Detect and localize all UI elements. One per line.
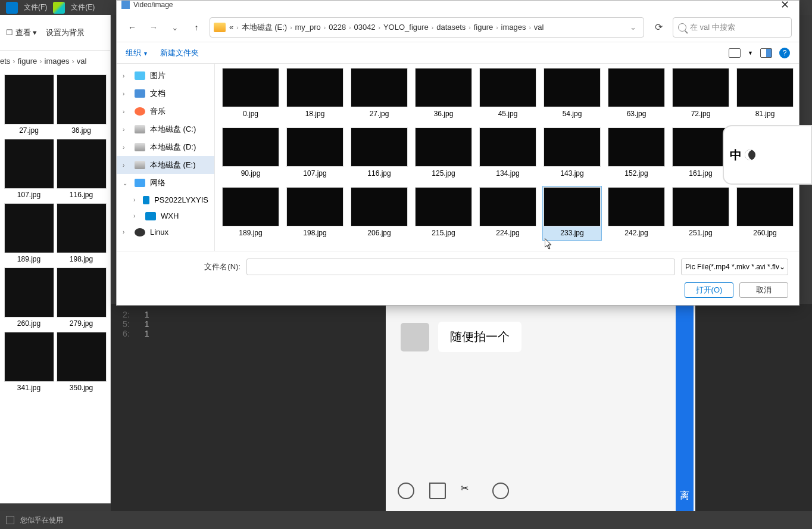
file-item[interactable]: 81.jpg: [735, 67, 795, 122]
breadcrumb-item[interactable]: images: [501, 23, 526, 32]
sidebar-item[interactable]: ›音乐: [117, 102, 214, 120]
file-item[interactable]: 45.jpg: [478, 67, 538, 122]
filetype-dropdown[interactable]: Pic File(*.mp4 *.mkv *.avi *.flv⌄: [681, 259, 788, 275]
bg-file-item[interactable]: 260.jpg: [4, 267, 54, 329]
breadcrumb-item[interactable]: 03042: [354, 23, 375, 32]
file-grid-pane: 0.jpg18.jpg27.jpg36.jpg45.jpg54.jpg63.jp…: [215, 64, 799, 251]
blue-sidebar: 离: [676, 304, 694, 511]
file-item[interactable]: 72.jpg: [671, 67, 730, 122]
open-button[interactable]: 打开(O): [685, 282, 733, 298]
bg-breadcrumb[interactable]: ets› figure› images› val: [0, 51, 110, 71]
forward-button[interactable]: →: [145, 19, 162, 36]
set-background-button[interactable]: 设置为背景: [46, 27, 85, 38]
file-item[interactable]: 90.jpg: [221, 126, 280, 181]
file-item[interactable]: 260.jpg: [735, 186, 795, 241]
file-item[interactable]: 18.jpg: [285, 67, 345, 122]
breadcrumb-item[interactable]: figure: [474, 23, 494, 32]
bg-file-item[interactable]: 107.jpg: [4, 139, 54, 201]
file-thumbnail: [415, 187, 472, 226]
bg-file-item[interactable]: 198.jpg: [57, 203, 107, 265]
breadcrumb-item[interactable]: «: [229, 23, 233, 32]
new-folder-button[interactable]: 新建文件夹: [160, 48, 199, 58]
file-item[interactable]: 161.jpg: [671, 126, 730, 181]
file-item[interactable]: 107.jpg: [285, 126, 345, 181]
bg-file-item[interactable]: 27.jpg: [4, 74, 54, 136]
ime-widget[interactable]: 中: [723, 125, 812, 185]
view-mode-button[interactable]: [729, 48, 741, 58]
bg-file-item[interactable]: 279.jpg: [57, 267, 107, 329]
back-button[interactable]: ←: [124, 19, 140, 36]
breadcrumb-item[interactable]: val: [534, 23, 544, 32]
address-bar[interactable]: «›本地磁盘 (E:)›my_pro›0228›03042›YOLO_figur…: [210, 17, 644, 38]
file-item[interactable]: 198.jpg: [285, 186, 345, 241]
file-thumbnail: [608, 68, 665, 107]
sidebar-item[interactable]: ›WXH: [117, 208, 214, 224]
sidebar-item[interactable]: ›本地磁盘 (D:): [117, 138, 214, 156]
refresh-button[interactable]: ⟳: [649, 18, 668, 37]
sidebar-item[interactable]: ›文档: [117, 85, 214, 102]
sidebar-item[interactable]: ⌄网络: [117, 174, 214, 192]
sidebar-item[interactable]: ›图片: [117, 67, 214, 85]
breadcrumb-item[interactable]: 0228: [329, 23, 346, 32]
sidebar-item[interactable]: ›Linux: [117, 224, 214, 240]
file-item[interactable]: 116.jpg: [349, 126, 409, 181]
file-item[interactable]: 242.jpg: [607, 186, 666, 241]
bg-file-item[interactable]: 116.jpg: [57, 139, 107, 201]
up-button[interactable]: ↑: [188, 19, 205, 36]
file-thumbnail: [351, 127, 408, 167]
sidebar-item[interactable]: ›本地磁盘 (E:): [117, 156, 214, 174]
address-dropdown[interactable]: ⌄: [626, 23, 640, 32]
recent-button[interactable]: ⌄: [167, 19, 183, 36]
file-item[interactable]: 251.jpg: [671, 186, 730, 241]
close-button[interactable]: ✕: [776, 1, 794, 9]
file-thumbnail: [286, 127, 343, 167]
comment-icon[interactable]: [492, 483, 509, 499]
preview-pane-button[interactable]: [760, 48, 772, 58]
bg-file-item[interactable]: 36.jpg: [57, 74, 107, 136]
vscode-file-menu[interactable]: 文件(F): [24, 2, 47, 13]
file-thumbnail: [286, 68, 343, 107]
bg-file-item[interactable]: 189.jpg: [4, 203, 54, 265]
file-item[interactable]: 27.jpg: [349, 67, 409, 122]
file-thumbnail: [544, 127, 601, 167]
file-item[interactable]: 36.jpg: [414, 67, 473, 122]
cancel-button[interactable]: 取消: [739, 282, 788, 298]
file-item[interactable]: 125.jpg: [414, 126, 473, 181]
file-item[interactable]: 206.jpg: [349, 186, 409, 241]
breadcrumb-item[interactable]: my_pro: [295, 23, 320, 32]
chat-message: 随便拍一个: [438, 322, 521, 352]
bg-file-item[interactable]: 341.jpg: [4, 332, 54, 394]
organize-button[interactable]: 组织▼: [126, 48, 148, 58]
file-item[interactable]: 54.jpg: [542, 67, 602, 122]
file-thumbnail: [672, 68, 729, 107]
file-item[interactable]: 63.jpg: [607, 67, 666, 122]
file-thumbnail: [286, 187, 343, 226]
status-text: 您似乎在使用: [20, 515, 63, 525]
file-item[interactable]: 143.jpg: [542, 126, 602, 181]
file-item[interactable]: 0.jpg: [221, 67, 280, 122]
sidebar-item[interactable]: ›PS2022LYXYIS: [117, 192, 214, 208]
scissors-icon[interactable]: ✂: [461, 483, 477, 499]
bg-file-item[interactable]: 350.jpg: [57, 332, 107, 394]
file-item[interactable]: 189.jpg: [221, 186, 280, 241]
breadcrumb-item[interactable]: 本地磁盘 (E:): [242, 23, 288, 32]
folder-icon[interactable]: [429, 483, 446, 499]
search-input[interactable]: 在 val 中搜索: [673, 17, 792, 38]
file-item[interactable]: 224.jpg: [478, 186, 538, 241]
sidebar-item[interactable]: ›本地磁盘 (C:): [117, 120, 214, 138]
breadcrumb-item[interactable]: datasets: [436, 23, 466, 32]
file-item[interactable]: 215.jpg: [414, 186, 473, 241]
help-button[interactable]: ?: [779, 48, 790, 58]
filename-input[interactable]: [246, 259, 675, 275]
file-thumbnail: [544, 187, 601, 226]
file-item[interactable]: 152.jpg: [607, 126, 666, 181]
view-button[interactable]: ☐ 查看 ▾: [6, 27, 37, 38]
file-item[interactable]: 233.jpg: [542, 186, 602, 241]
file-thumbnail: [544, 68, 601, 107]
file-item[interactable]: 134.jpg: [478, 126, 538, 181]
pycharm-file-menu[interactable]: 文件(E): [71, 2, 95, 13]
breadcrumb-item[interactable]: YOLO_figure: [383, 23, 429, 32]
file-thumbnail: [222, 127, 279, 167]
emoji-icon[interactable]: [398, 483, 414, 499]
view-dropdown[interactable]: ▼: [748, 50, 753, 56]
